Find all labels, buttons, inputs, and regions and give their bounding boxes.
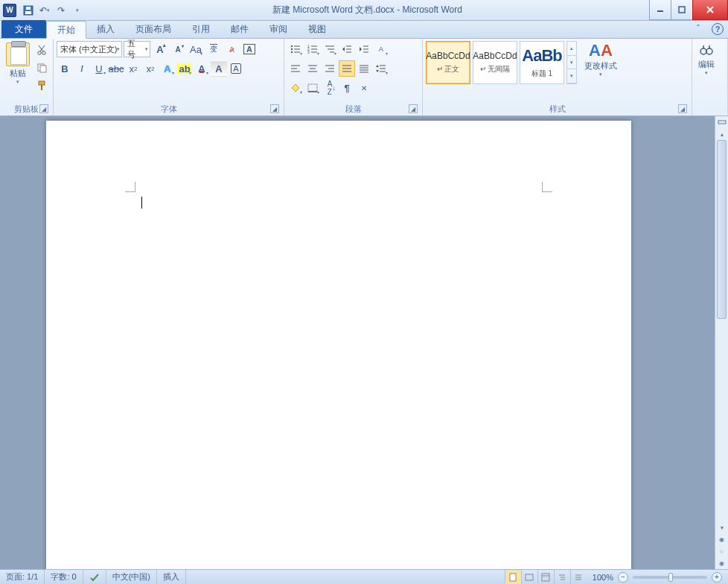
- zoom-slider[interactable]: [633, 576, 707, 579]
- status-proofing[interactable]: [83, 570, 106, 584]
- view-full-screen[interactable]: [521, 570, 537, 584]
- format-painter-button[interactable]: [34, 78, 49, 93]
- superscript-button[interactable]: x2: [142, 60, 159, 77]
- clipboard-dialog-launcher[interactable]: ◢: [39, 104, 48, 113]
- scroll-down-button[interactable]: ▾: [715, 521, 728, 533]
- maximize-button[interactable]: [671, 0, 693, 20]
- phonetic-guide-button[interactable]: 变: [205, 41, 222, 57]
- vertical-scrollbar[interactable]: ▴ ▾ ◉ ○ ◉: [715, 116, 728, 569]
- view-web-layout[interactable]: [537, 570, 554, 584]
- save-button[interactable]: [21, 3, 36, 18]
- multilevel-list-button[interactable]: ▾: [322, 41, 338, 57]
- font-color-button[interactable]: A▾: [194, 60, 210, 77]
- bullets-button[interactable]: ▾: [287, 41, 304, 57]
- file-tab[interactable]: 文件: [1, 20, 46, 38]
- qat-customize-button[interactable]: ▾: [70, 3, 85, 18]
- highlight-button[interactable]: ab▾: [176, 60, 193, 77]
- help-button[interactable]: ?: [712, 23, 724, 35]
- previous-page-button[interactable]: ◉: [715, 533, 728, 545]
- font-dialog-launcher[interactable]: ◢: [270, 104, 279, 113]
- tab-review[interactable]: 审阅: [259, 20, 298, 38]
- page[interactable]: [46, 121, 631, 569]
- next-page-button[interactable]: ◉: [715, 557, 728, 569]
- document-area[interactable]: [0, 116, 715, 569]
- close-button[interactable]: [692, 0, 728, 20]
- styles-gallery-more[interactable]: ▾: [567, 69, 576, 83]
- find-button[interactable]: 编辑 ▾: [695, 41, 718, 77]
- tab-insert[interactable]: 插入: [86, 20, 125, 38]
- status-page[interactable]: 页面: 1/1: [0, 570, 45, 584]
- scroll-thumb[interactable]: [717, 140, 727, 319]
- distributed-button[interactable]: [356, 60, 372, 77]
- tab-home[interactable]: 开始: [46, 21, 86, 39]
- asian-layout-button[interactable]: A▾: [373, 41, 389, 57]
- zoom-level-label[interactable]: 100%: [593, 573, 613, 582]
- align-justify-button[interactable]: [339, 60, 355, 77]
- strikethrough-button[interactable]: abc: [108, 60, 124, 77]
- view-print-layout[interactable]: [505, 570, 521, 584]
- svg-point-15: [291, 45, 293, 47]
- svg-rect-59: [308, 84, 317, 92]
- subscript-button[interactable]: x2: [125, 60, 141, 77]
- minimize-ribbon-button[interactable]: ˆ: [692, 23, 704, 35]
- undo-button[interactable]: ↶▾: [37, 3, 52, 18]
- increase-indent-button[interactable]: [356, 41, 372, 57]
- style-no-spacing[interactable]: AaBbCcDd ↵ 无间隔: [473, 41, 517, 84]
- zoom-out-button[interactable]: −: [618, 572, 628, 583]
- grow-font-button[interactable]: A▴: [152, 41, 168, 57]
- italic-button[interactable]: I: [74, 60, 90, 77]
- style-heading-1[interactable]: AaBb 标题 1: [520, 41, 564, 84]
- browse-object-button[interactable]: ○: [715, 545, 728, 557]
- status-words[interactable]: 字数: 0: [45, 570, 83, 584]
- view-buttons: [505, 570, 587, 584]
- align-right-button[interactable]: [322, 60, 338, 77]
- decrease-indent-button[interactable]: [339, 41, 355, 57]
- paste-button[interactable]: 粘贴 ▾: [3, 41, 33, 86]
- style-normal[interactable]: AaBbCcDd ↵ 正文: [426, 41, 470, 84]
- styles-scroll-up[interactable]: ▴: [567, 42, 576, 56]
- clear-formatting-button[interactable]: A̷: [223, 41, 240, 57]
- svg-point-17: [291, 48, 293, 50]
- view-outline[interactable]: [554, 570, 570, 584]
- view-draft[interactable]: [570, 570, 587, 584]
- paragraph-dialog-launcher[interactable]: ◢: [409, 104, 418, 113]
- text-effects-button[interactable]: A▾: [159, 60, 176, 77]
- tab-view[interactable]: 视图: [298, 20, 336, 38]
- scroll-up-button[interactable]: ▴: [715, 128, 728, 140]
- character-shading-button[interactable]: A: [211, 60, 227, 77]
- sort-button[interactable]: AZ↓: [322, 80, 338, 96]
- tab-page-layout[interactable]: 页面布局: [125, 20, 182, 38]
- line-spacing-button[interactable]: ▾: [373, 60, 389, 77]
- change-case-button[interactable]: Aa▾: [188, 41, 204, 57]
- status-language[interactable]: 中文(中国): [106, 570, 157, 584]
- copy-button[interactable]: [34, 60, 49, 75]
- font-size-combo[interactable]: 五号▾: [124, 41, 150, 57]
- zoom-slider-thumb[interactable]: [668, 573, 673, 582]
- character-border-button[interactable]: A: [228, 60, 244, 77]
- snap-to-grid-button[interactable]: ✕: [356, 80, 372, 96]
- ruler-toggle-button[interactable]: [715, 116, 728, 128]
- shrink-font-button[interactable]: A▾: [170, 41, 186, 57]
- enclose-characters-button[interactable]: A: [241, 41, 258, 57]
- numbering-button[interactable]: 123▾: [304, 41, 321, 57]
- align-center-button[interactable]: [304, 60, 321, 77]
- borders-button[interactable]: ▾: [304, 80, 321, 96]
- style-name-label: ↵ 无间隔: [480, 64, 511, 74]
- scroll-track[interactable]: [715, 140, 728, 521]
- font-name-combo[interactable]: 宋体 (中文正文)▾: [57, 41, 122, 57]
- change-styles-button[interactable]: AA 更改样式 ▾: [580, 41, 622, 79]
- bold-button[interactable]: B: [57, 60, 73, 77]
- styles-scroll-down[interactable]: ▾: [567, 56, 576, 70]
- tab-mailings[interactable]: 邮件: [220, 20, 259, 38]
- redo-button[interactable]: ↷: [54, 3, 68, 18]
- status-insert-mode[interactable]: 插入: [157, 570, 186, 584]
- cut-button[interactable]: [34, 42, 49, 57]
- shading-button[interactable]: ▾: [287, 80, 304, 96]
- minimize-button[interactable]: [649, 0, 671, 20]
- show-marks-button[interactable]: ¶: [339, 80, 355, 96]
- styles-dialog-launcher[interactable]: ◢: [678, 104, 687, 113]
- underline-button[interactable]: U▾: [91, 60, 107, 77]
- zoom-in-button[interactable]: +: [712, 572, 722, 583]
- align-left-button[interactable]: [287, 60, 304, 77]
- tab-references[interactable]: 引用: [182, 20, 220, 38]
